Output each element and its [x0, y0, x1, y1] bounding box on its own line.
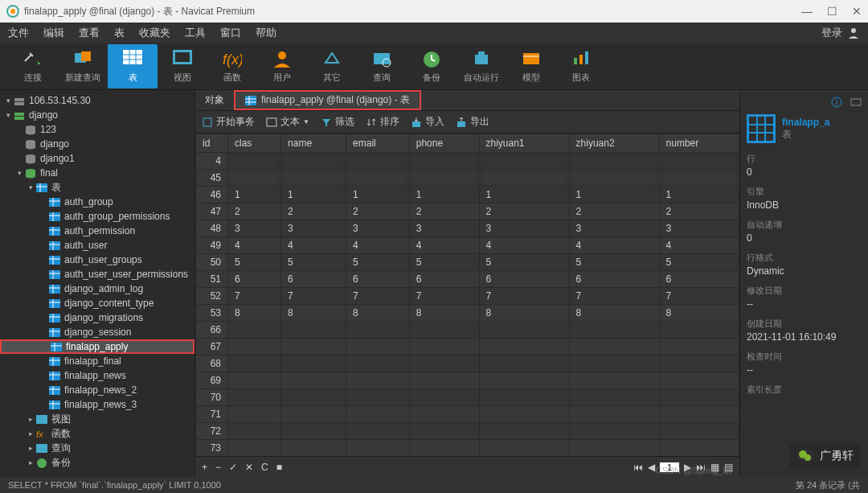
cell[interactable]: 6	[479, 271, 569, 288]
cell[interactable]	[569, 372, 659, 389]
cell[interactable]	[346, 423, 410, 440]
table-row[interactable]: 72	[196, 423, 739, 440]
tree-item-django-session[interactable]: django_session	[0, 325, 194, 339]
cell[interactable]: 1	[346, 187, 410, 203]
tool-auto[interactable]: 自动运行	[457, 49, 506, 84]
tool-fx[interactable]: f(x)函数	[207, 49, 257, 84]
cell[interactable]	[659, 170, 739, 187]
tool-table[interactable]: 表	[108, 44, 158, 88]
menu-file[interactable]: 文件	[8, 26, 29, 40]
tree-item-auth-permission[interactable]: auth_permission	[0, 224, 194, 238]
table-row[interactable]: 70	[196, 389, 739, 406]
table-row[interactable]: 483333333	[196, 220, 739, 237]
cell[interactable]: 2	[228, 203, 281, 220]
prev-page-button[interactable]: ◀	[648, 462, 655, 473]
data-grid[interactable]: idclasnameemailphonezhiyuan1zhiyuan2numb…	[195, 134, 739, 456]
cell[interactable]: 5	[281, 254, 346, 271]
cell[interactable]: 4	[479, 237, 569, 254]
cell[interactable]: 3	[228, 220, 281, 237]
cell[interactable]	[228, 339, 281, 355]
table-row[interactable]: 472222222	[196, 203, 739, 220]
data-grid-wrapper[interactable]: idclasnameemailphonezhiyuan1zhiyuan2numb…	[195, 134, 739, 456]
table-row[interactable]: 461111111	[196, 187, 739, 203]
cell[interactable]	[659, 372, 739, 389]
cell[interactable]: 6	[569, 271, 659, 288]
cell[interactable]: 7	[228, 288, 281, 305]
cell[interactable]: 8	[569, 305, 659, 322]
cell[interactable]: 8	[479, 305, 569, 322]
stop-button[interactable]: ■	[276, 462, 282, 473]
cell[interactable]: 3	[569, 220, 659, 237]
table-row[interactable]: 494444444	[196, 237, 739, 254]
cell[interactable]: 8	[228, 305, 281, 322]
info-icon[interactable]: i	[831, 97, 842, 108]
menu-view[interactable]: 查看	[79, 26, 100, 40]
table-row[interactable]: 516666666	[196, 271, 739, 288]
table-row[interactable]: 69	[196, 372, 739, 389]
cell[interactable]	[409, 406, 479, 423]
sort-button[interactable]: 排序	[366, 115, 399, 129]
tree-item--[interactable]: ▾表	[0, 180, 194, 195]
cell[interactable]: 6	[281, 271, 346, 288]
cell[interactable]	[228, 423, 281, 440]
tool-newquery[interactable]: 新建查询	[58, 49, 108, 84]
cell[interactable]	[569, 322, 659, 339]
tree-item-auth-user-user-permissions[interactable]: auth_user_user_permissions	[0, 267, 194, 281]
cell[interactable]	[346, 170, 410, 187]
table-row[interactable]: 68	[196, 355, 739, 372]
cell[interactable]: 5	[659, 254, 739, 271]
cell[interactable]: 1	[228, 187, 281, 203]
tree-item-django1[interactable]: django1	[0, 151, 194, 166]
cell[interactable]: 3	[409, 220, 479, 237]
tool-plug[interactable]: 连接	[8, 49, 58, 84]
table-row[interactable]: 73	[196, 440, 739, 457]
cell[interactable]	[659, 406, 739, 423]
table-row[interactable]: 71	[196, 406, 739, 423]
tab-object[interactable]: 对象	[195, 90, 234, 110]
cell[interactable]: 7	[281, 288, 346, 305]
cell[interactable]	[479, 153, 569, 170]
tree-item-final[interactable]: ▾final	[0, 166, 194, 180]
cell[interactable]	[346, 322, 410, 339]
table-row[interactable]: 66	[196, 322, 739, 339]
tab-active-table[interactable]: finalapp_apply @final (django) - 表	[234, 90, 421, 110]
cell[interactable]: 3	[659, 220, 739, 237]
cell[interactable]	[659, 153, 739, 170]
cell[interactable]: 2	[281, 203, 346, 220]
cell[interactable]	[346, 440, 410, 457]
cell[interactable]	[228, 355, 281, 372]
cell[interactable]	[281, 355, 346, 372]
cell[interactable]: 3	[479, 220, 569, 237]
cell[interactable]	[228, 322, 281, 339]
cell[interactable]: 4	[569, 237, 659, 254]
cell[interactable]: 8	[409, 305, 479, 322]
cell[interactable]: 5	[228, 254, 281, 271]
commit-button[interactable]: ✓	[229, 462, 237, 473]
cell[interactable]	[409, 322, 479, 339]
minimize-button[interactable]: —	[801, 5, 813, 18]
cell[interactable]	[409, 389, 479, 406]
column-id[interactable]: id	[196, 134, 228, 153]
cell[interactable]	[659, 440, 739, 457]
cell[interactable]	[659, 423, 739, 440]
tool-model[interactable]: 模型	[506, 49, 556, 84]
cell[interactable]	[281, 153, 346, 170]
tree-item-finalapp-news-3[interactable]: finalapp_news_3	[0, 397, 194, 412]
cell[interactable]: 3	[346, 220, 410, 237]
delete-row-button[interactable]: −	[215, 462, 221, 473]
cell[interactable]	[569, 406, 659, 423]
cell[interactable]	[228, 389, 281, 406]
cell[interactable]: 8	[346, 305, 410, 322]
tree-item-106-53-145-30[interactable]: ▾106.53.145.30	[0, 93, 194, 108]
cell[interactable]	[479, 355, 569, 372]
tree-item-finalapp-apply[interactable]: finalapp_apply	[0, 339, 194, 354]
cell[interactable]	[346, 406, 410, 423]
tree-item-auth-user[interactable]: auth_user	[0, 238, 194, 253]
tree-item-123[interactable]: 123	[0, 122, 194, 137]
menu-tools[interactable]: 工具	[185, 26, 206, 40]
cell[interactable]	[228, 170, 281, 187]
column-email[interactable]: email	[346, 134, 410, 153]
tree-item-django-content-type[interactable]: django_content_type	[0, 296, 194, 310]
tree-item-finalapp-news[interactable]: finalapp_news	[0, 368, 194, 383]
cell[interactable]	[479, 322, 569, 339]
